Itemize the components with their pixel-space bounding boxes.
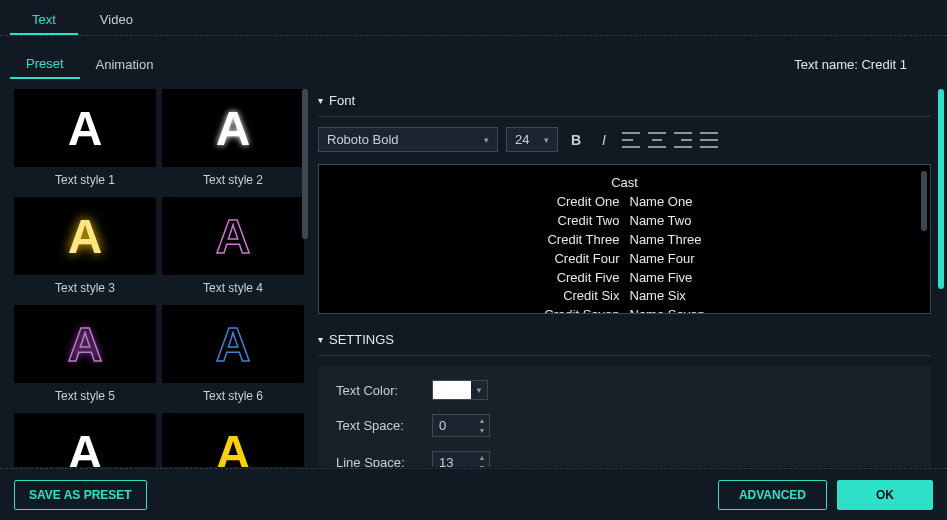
bold-button[interactable]: B [566, 130, 586, 150]
preset-panel: AText style 1 AText style 2 AText style … [0, 79, 310, 467]
font-toolbar: Roboto Bold▾ 24▾ B I [318, 127, 931, 152]
chevron-down-icon: ▼ [471, 381, 487, 399]
font-size-select[interactable]: 24▾ [506, 127, 558, 152]
text-color-label: Text Color: [336, 383, 416, 398]
align-center-button[interactable] [648, 132, 666, 148]
align-left-button[interactable] [622, 132, 640, 148]
align-justify-button[interactable] [700, 132, 718, 148]
properties-scrollbar[interactable] [938, 89, 944, 289]
color-swatch [433, 381, 471, 399]
text-name-label: Text name: Credit 1 [794, 57, 907, 72]
preset-item[interactable]: AText style 5 [14, 305, 156, 407]
preset-item[interactable]: A [162, 413, 304, 467]
settings-body: Text Color: ▼ Text Space: 0 ▲▼ Line Spac… [318, 366, 931, 467]
stepper-up-icon[interactable]: ▲ [475, 415, 489, 426]
chevron-down-icon: ▾ [318, 95, 323, 106]
tab-text[interactable]: Text [10, 6, 78, 35]
chevron-down-icon: ▾ [544, 135, 549, 145]
ok-button[interactable]: OK [837, 480, 933, 510]
italic-button[interactable]: I [594, 130, 614, 150]
text-space-input[interactable]: 0 ▲▼ [432, 414, 490, 437]
credit-row: Credit FiveName Five [540, 270, 708, 287]
credit-row: Credit FourName Four [540, 251, 708, 268]
credit-row: Credit SixName Six [540, 288, 708, 305]
stepper-down-icon[interactable]: ▼ [475, 463, 489, 468]
credit-row: Credit SevenName Seven [540, 307, 708, 314]
properties-panel: ▾ Font Roboto Bold▾ 24▾ B I Cast Credit … [310, 79, 947, 467]
footer: SAVE AS PRESET ADVANCED OK [0, 468, 947, 520]
credit-row: Credit TwoName Two [540, 213, 708, 230]
credit-row: Credit ThreeName Three [540, 232, 708, 249]
preset-scrollbar[interactable] [302, 89, 308, 239]
stepper-up-icon[interactable]: ▲ [475, 452, 489, 463]
tab-video[interactable]: Video [78, 6, 155, 35]
textarea-scrollbar[interactable] [921, 171, 927, 231]
tab-preset[interactable]: Preset [10, 50, 80, 79]
sub-tabs: Preset Animation Text name: Credit 1 [0, 36, 947, 79]
tab-animation[interactable]: Animation [80, 51, 170, 78]
align-right-button[interactable] [674, 132, 692, 148]
stepper-down-icon[interactable]: ▼ [475, 426, 489, 437]
preset-item[interactable]: AText style 1 [14, 89, 156, 191]
line-space-label: Line Space: [336, 455, 416, 467]
preset-item[interactable]: A [14, 413, 156, 467]
text-color-picker[interactable]: ▼ [432, 380, 488, 400]
preset-item[interactable]: AText style 4 [162, 197, 304, 299]
settings-section-header[interactable]: ▾ SETTINGS [318, 328, 931, 356]
text-content-area[interactable]: Cast Credit OneName OneCredit TwoName Tw… [318, 164, 931, 314]
preset-item[interactable]: AText style 2 [162, 89, 304, 191]
font-family-select[interactable]: Roboto Bold▾ [318, 127, 498, 152]
preset-item[interactable]: AText style 6 [162, 305, 304, 407]
main-area: AText style 1 AText style 2 AText style … [0, 79, 947, 467]
font-section-header[interactable]: ▾ Font [318, 89, 931, 117]
chevron-down-icon: ▾ [484, 135, 489, 145]
top-tabs: Text Video [0, 0, 947, 36]
line-space-input[interactable]: 13 ▲▼ [432, 451, 490, 467]
chevron-down-icon: ▾ [318, 334, 323, 345]
text-space-label: Text Space: [336, 418, 416, 433]
preset-item[interactable]: AText style 3 [14, 197, 156, 299]
save-as-preset-button[interactable]: SAVE AS PRESET [14, 480, 147, 510]
credit-row: Credit OneName One [540, 194, 708, 211]
advanced-button[interactable]: ADVANCED [718, 480, 827, 510]
